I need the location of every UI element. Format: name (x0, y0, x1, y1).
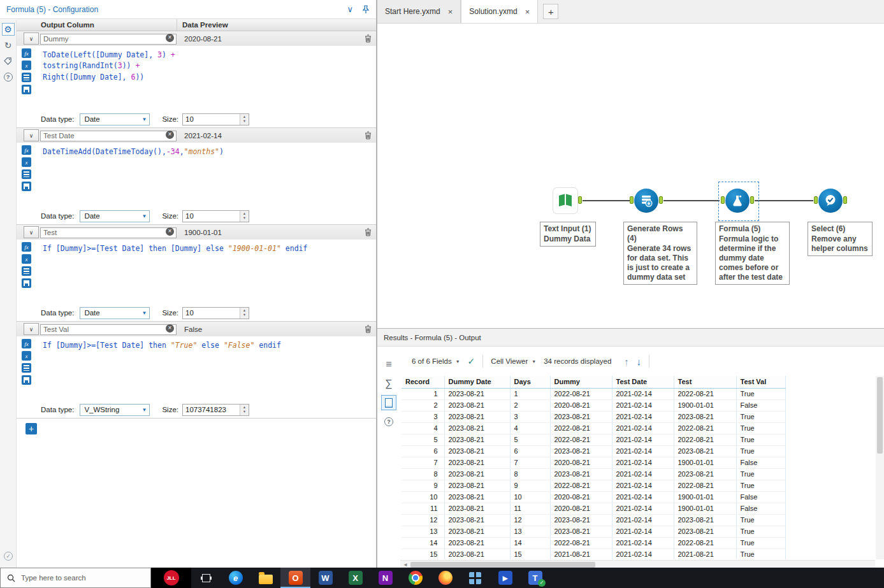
spinner[interactable]: ▲▼ (240, 114, 249, 125)
table-cell[interactable]: 2021-02-14 (612, 445, 674, 457)
file-explorer-icon[interactable] (250, 568, 280, 588)
save-expression-icon[interactable] (22, 278, 31, 288)
table-cell[interactable]: 1900-01-01 (674, 503, 736, 514)
table-cell[interactable]: 2021-02-14 (612, 514, 674, 526)
table-cell[interactable]: 2022-08-21 (550, 480, 612, 491)
table-cell[interactable]: 15 (402, 549, 444, 559)
table-cell[interactable]: 1900-01-01 (674, 491, 736, 503)
insert-variable-icon[interactable]: x (22, 351, 31, 361)
table-cell[interactable]: 2021-02-14 (612, 503, 674, 514)
table-cell[interactable]: False (736, 503, 785, 514)
table-row[interactable]: 42023-08-2142022-08-212021-02-142022-08-… (402, 422, 785, 434)
table-cell[interactable]: 2021-08-21 (550, 549, 612, 559)
table-cell[interactable]: 2023-08-21 (444, 388, 510, 399)
table-cell[interactable]: 2023-08-21 (444, 503, 510, 514)
insert-variable-icon[interactable]: x (22, 157, 31, 167)
table-row[interactable]: 32023-08-2132023-08-212021-02-142023-08-… (402, 411, 785, 422)
table-cell[interactable]: 2023-08-21 (550, 468, 612, 480)
saved-expressions-icon[interactable] (22, 363, 31, 373)
table-cell[interactable]: 2023-08-21 (444, 491, 510, 503)
delete-formula-button[interactable] (365, 34, 372, 43)
insert-function-icon[interactable]: fx (22, 242, 31, 252)
scrollbar-thumb[interactable] (410, 562, 595, 568)
table-row[interactable]: 152023-08-21152021-08-212021-02-142021-0… (402, 549, 785, 559)
formula-tool[interactable] (725, 189, 750, 213)
delete-formula-button[interactable] (365, 228, 372, 236)
table-cell[interactable]: 1 (510, 388, 550, 399)
table-cell[interactable]: 2023-08-21 (550, 445, 612, 457)
data-type-select[interactable]: Date ▼ (80, 210, 150, 222)
output-column-input[interactable] (40, 34, 177, 45)
table-cell[interactable]: 4 (510, 422, 550, 434)
tab-solution[interactable]: Solution.yxmd × (461, 0, 538, 23)
connection-line[interactable] (755, 200, 813, 201)
teams-icon[interactable]: T✓ (520, 568, 550, 588)
help-icon[interactable]: ? (381, 414, 396, 429)
table-cell[interactable]: 2023-08-21 (444, 457, 510, 468)
gear-icon[interactable]: ⚙ (2, 23, 15, 36)
table-cell[interactable]: 2023-08-21 (444, 411, 510, 422)
new-tab-button[interactable]: + (543, 4, 558, 19)
table-cell[interactable]: 3 (402, 411, 444, 422)
app-grid-icon[interactable] (460, 568, 490, 588)
table-row[interactable]: 142023-08-21142022-08-212021-02-142022-0… (402, 537, 785, 549)
table-cell[interactable]: 14 (402, 537, 444, 549)
table-cell[interactable]: 9 (510, 480, 550, 491)
preview-file-icon[interactable] (381, 395, 396, 410)
table-cell[interactable]: 4 (402, 422, 444, 434)
metadata-view-icon[interactable]: ∑ (381, 376, 396, 391)
movies-icon[interactable]: ▶ (490, 568, 520, 588)
table-row[interactable]: 12023-08-2112022-08-212021-02-142022-08-… (402, 388, 785, 399)
close-icon[interactable]: × (448, 7, 453, 17)
grid-view-icon[interactable]: ≡ (381, 357, 396, 372)
generate-rows-tool[interactable] (634, 189, 658, 213)
table-cell[interactable]: True (736, 411, 785, 422)
column-header[interactable]: Test Date (612, 376, 674, 388)
vertical-scrollbar[interactable] (876, 376, 884, 559)
table-cell[interactable]: 15 (510, 549, 550, 559)
table-cell[interactable]: 2022-08-21 (674, 388, 736, 399)
column-header[interactable]: Days (510, 376, 550, 388)
collapse-button[interactable]: ∨ (24, 32, 39, 45)
size-input[interactable] (183, 114, 240, 125)
table-cell[interactable]: 2 (402, 399, 444, 411)
data-type-select[interactable]: V_WString ▼ (80, 404, 150, 416)
scrollbar-thumb[interactable] (877, 377, 883, 454)
table-cell[interactable]: 2020-08-21 (550, 457, 612, 468)
table-row[interactable]: 102023-08-21102020-08-212021-02-141900-0… (402, 491, 785, 503)
saved-expressions-icon[interactable] (22, 169, 31, 179)
save-expression-icon[interactable] (22, 182, 31, 191)
table-cell[interactable]: 2023-08-21 (444, 422, 510, 434)
table-cell[interactable]: True (736, 388, 785, 399)
apply-check-icon[interactable]: ✓ (468, 356, 475, 366)
size-input[interactable] (183, 211, 240, 222)
output-column-input[interactable] (40, 227, 177, 238)
tool-annotation[interactable]: Formula (5) Formula logic to determine i… (715, 222, 790, 285)
table-cell[interactable]: 2023-08-21 (674, 514, 736, 526)
workflow-canvas[interactable]: Text Input (1) Dummy Data Generate Rows … (377, 24, 884, 328)
close-icon[interactable]: × (525, 7, 530, 17)
table-row[interactable]: 72023-08-2172020-08-212021-02-141900-01-… (402, 457, 785, 468)
firefox-icon[interactable] (430, 568, 460, 588)
table-cell[interactable]: 2023-08-21 (444, 480, 510, 491)
add-formula-button[interactable]: + (25, 423, 37, 434)
table-row[interactable]: 62023-08-2162023-08-212021-02-142023-08-… (402, 445, 785, 457)
table-cell[interactable]: True (736, 514, 785, 526)
table-cell[interactable]: 13 (402, 526, 444, 537)
table-cell[interactable]: 2023-08-21 (674, 468, 736, 480)
table-cell[interactable]: 2023-08-21 (674, 526, 736, 537)
collapse-button[interactable]: ∨ (24, 323, 39, 335)
table-cell[interactable]: True (736, 480, 785, 491)
table-cell[interactable]: 11 (510, 503, 550, 514)
spinner[interactable]: ▲▼ (240, 308, 249, 319)
taskbar-search[interactable]: Type here to search (0, 568, 151, 588)
table-cell[interactable]: 2023-08-21 (444, 434, 510, 445)
table-cell[interactable]: 2022-08-21 (550, 422, 612, 434)
task-view-icon[interactable] (191, 568, 221, 588)
insert-function-icon[interactable]: fx (22, 48, 31, 58)
table-cell[interactable]: 6 (402, 445, 444, 457)
table-cell[interactable]: 2023-08-21 (444, 468, 510, 480)
input-anchor[interactable] (630, 196, 634, 204)
table-cell[interactable]: False (736, 399, 785, 411)
table-cell[interactable]: 2023-08-21 (444, 537, 510, 549)
